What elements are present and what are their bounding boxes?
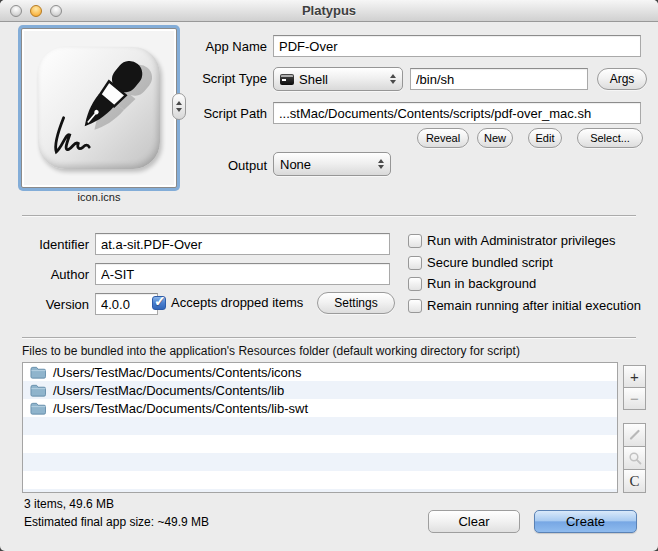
option-row: Run in background [408,276,536,291]
popup-arrows-icon [384,74,396,84]
app-name-label: App Name [150,39,267,54]
window-title: Platypus [0,0,658,22]
args-button[interactable]: Args [597,68,647,90]
script-type-label: Script Type [150,71,267,86]
bundled-files-list[interactable]: /Users/TestMac/Documents/Contents/icons … [22,362,618,493]
interpreter-input[interactable] [410,68,588,90]
app-icon-image [38,47,160,169]
secure-script-label: Secure bundled script [427,255,553,270]
remain-running-label: Remain running after initial execution [427,298,641,313]
edit-file-button[interactable] [623,423,646,447]
contents-glyph: C [629,473,639,489]
file-path: /Users/TestMac/Documents/Contents/lib [53,383,284,398]
file-path: /Users/TestMac/Documents/Contents/lib-sw… [53,401,308,416]
platypus-window: Platypus ico [0,0,658,551]
edit-button[interactable]: Edit [528,128,562,148]
titlebar[interactable]: Platypus [0,0,658,22]
file-row[interactable]: /Users/TestMac/Documents/Contents/icons [23,363,617,381]
option-row: Run with Administrator privileges [408,233,616,248]
accepts-dropped-checkbox[interactable] [152,296,166,310]
fountain-pen-icon [38,47,160,169]
popup-arrows-icon [372,159,384,169]
reveal-file-button[interactable] [623,446,646,470]
output-label: Output [150,158,267,173]
app-size-estimate: Estimated final app size: ~49.9 MB [24,515,209,529]
files-header: Files to be bundled into the application… [22,344,520,358]
version-input[interactable] [95,293,158,315]
new-button[interactable]: New [477,128,513,148]
option-row: Secure bundled script [408,255,553,270]
icon-filename: icon.icns [21,191,177,203]
identifier-label: Identifier [0,237,89,252]
stepper-up-icon[interactable] [176,101,182,105]
version-label: Version [0,297,89,312]
reveal-button[interactable]: Reveal [417,128,469,148]
script-path-label: Script Path [150,106,267,121]
close-button[interactable] [10,5,22,17]
output-popup[interactable]: None [273,152,391,176]
show-contents-button[interactable]: C [623,469,646,493]
clear-button[interactable]: Clear [428,510,520,533]
file-row[interactable]: /Users/TestMac/Documents/Contents/lib [23,381,617,399]
run-background-label: Run in background [427,276,536,291]
output-value: None [280,157,311,172]
magnifier-icon [628,451,642,465]
author-input[interactable] [95,263,390,285]
divider [22,337,636,338]
secure-script-checkbox[interactable] [408,256,422,270]
run-background-checkbox[interactable] [408,277,422,291]
add-file-button[interactable]: + [623,365,646,388]
pencil-icon [628,428,641,441]
identifier-input[interactable] [95,233,390,255]
accepts-dropped-label: Accepts dropped items [171,295,303,310]
accepts-dropped-row: Accepts dropped items [152,295,303,310]
divider [22,215,636,216]
folder-icon [30,402,46,415]
script-path-input[interactable] [273,102,641,124]
script-type-popup[interactable]: Shell [273,67,403,91]
folder-icon [30,366,46,379]
select-button[interactable]: Select... [577,128,643,148]
remove-file-button[interactable]: − [623,387,646,410]
settings-button[interactable]: Settings [317,292,395,314]
folder-icon [30,384,46,397]
zoom-button[interactable] [50,5,62,17]
file-path: /Users/TestMac/Documents/Contents/icons [53,365,302,380]
author-label: Author [0,267,89,282]
option-row: Remain running after initial execution [408,298,641,313]
remain-running-checkbox[interactable] [408,299,422,313]
file-row[interactable]: /Users/TestMac/Documents/Contents/lib-sw… [23,399,617,417]
create-button[interactable]: Create [534,510,637,533]
app-name-input[interactable] [273,35,641,57]
script-type-value: Shell [299,72,328,87]
terminal-icon [280,74,294,85]
minimize-button[interactable] [30,5,42,17]
admin-privileges-checkbox[interactable] [408,234,422,248]
files-summary: 3 items, 49.6 MB [24,497,114,511]
admin-privileges-label: Run with Administrator privileges [427,233,616,248]
